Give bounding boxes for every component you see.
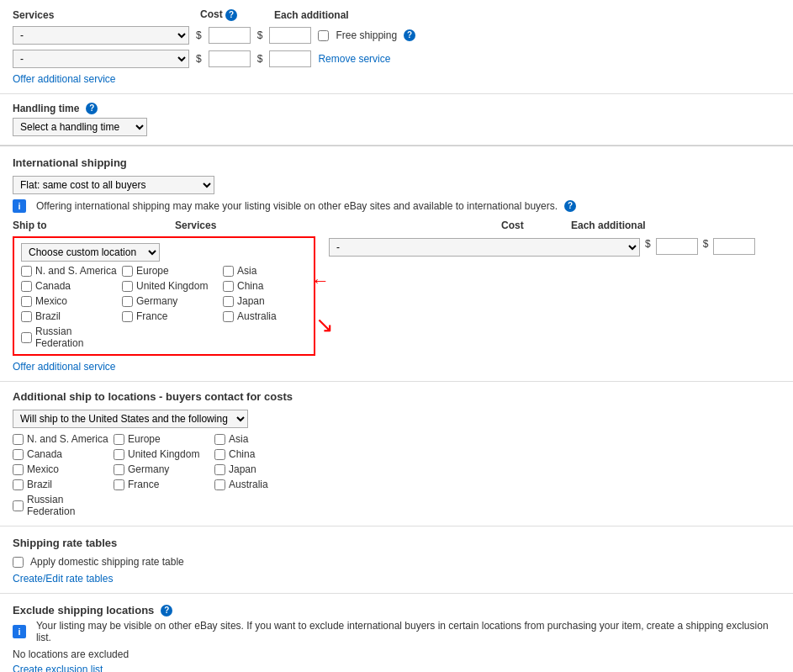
intl-cost-header: Cost <box>501 220 564 231</box>
additional-ship-dropdown[interactable]: Will ship to the United States and the f… <box>13 410 248 428</box>
additional-checkboxes-grid: N. and S. America Europe Asia Canada Uni… <box>13 433 780 517</box>
checkbox-france-input[interactable] <box>122 311 133 322</box>
additional-ship-section: Additional ship to locations - buyers co… <box>0 382 793 526</box>
checkbox-canada: Canada <box>21 280 122 292</box>
add-checkbox-n-s-america-input[interactable] <box>13 434 24 445</box>
checkbox-japan-input[interactable] <box>223 296 234 307</box>
intl-services-label: Services <box>175 220 216 231</box>
intl-flat-dropdown[interactable]: Flat: same cost to all buyers <box>13 176 214 194</box>
intl-service-dropdown[interactable]: - <box>329 238 640 257</box>
add-checkbox-asia-input[interactable] <box>214 434 225 445</box>
create-exclusion-row: Create exclusion list <box>13 664 780 672</box>
intl-cost-dollar: $ <box>645 238 651 250</box>
add-checkbox-brazil-input[interactable] <box>13 479 24 490</box>
checkbox-china: China <box>223 280 307 292</box>
cost-input-2[interactable] <box>209 50 251 67</box>
add-checkbox-australia-input[interactable] <box>214 479 225 490</box>
ship-to-label: Ship to <box>13 220 47 231</box>
checkbox-russia-label: Russian Federation <box>35 325 122 349</box>
add-checkbox-russia-label: Russian Federation <box>27 494 114 517</box>
add-checkbox-china-label: China <box>229 448 255 460</box>
checkbox-brazil: Brazil <box>21 310 122 322</box>
custom-location-dropdown[interactable]: Choose custom location <box>21 243 160 262</box>
checkbox-europe-input[interactable] <box>122 266 133 277</box>
dollar-sign-1: $ <box>196 29 202 41</box>
add-checkbox-france-label: France <box>128 479 159 490</box>
checkbox-asia-input[interactable] <box>223 266 234 277</box>
services-col-header: Services <box>13 9 193 21</box>
checkbox-china-input[interactable] <box>223 281 234 292</box>
cost-info-icon[interactable]: ? <box>225 9 237 21</box>
checkbox-canada-input[interactable] <box>21 281 32 292</box>
each-input-1[interactable] <box>269 27 311 44</box>
checkbox-australia-input[interactable] <box>223 311 234 322</box>
intl-cost-label: Cost <box>501 220 524 231</box>
intl-section-title: International shipping <box>13 156 780 169</box>
cost-col-header: Cost ? <box>200 8 267 21</box>
cost-input-1[interactable] <box>209 27 251 44</box>
checkbox-n-s-america-input[interactable] <box>21 266 32 277</box>
intl-offer-additional-link[interactable]: Offer additional service <box>13 361 116 373</box>
intl-flat-row: Flat: same cost to all buyers <box>13 176 780 194</box>
checkbox-germany-input[interactable] <box>122 296 133 307</box>
add-checkbox-australia: Australia <box>214 479 299 490</box>
checkbox-china-label: China <box>237 280 263 292</box>
checkbox-japan: Japan <box>223 295 307 307</box>
international-section: International shipping Flat: same cost t… <box>0 146 793 382</box>
create-edit-rate-tables-link[interactable]: Create/Edit rate tables <box>13 573 113 585</box>
dollar-sign-4: $ <box>257 53 263 65</box>
offer-additional-service-link[interactable]: Offer additional service <box>13 73 116 85</box>
checkbox-germany-label: Germany <box>136 295 177 307</box>
intl-service-controls: - $ $ <box>329 238 755 257</box>
intl-each-dollar: $ <box>703 238 709 250</box>
add-checkbox-uk-label: United Kingdom <box>128 448 199 460</box>
checkbox-mexico: Mexico <box>21 295 122 307</box>
intl-info-tooltip-icon[interactable]: ? <box>564 200 576 212</box>
service-row-2: - $ $ Remove service <box>13 50 780 68</box>
add-checkbox-europe: Europe <box>114 433 214 445</box>
checkbox-russia-input[interactable] <box>21 332 32 343</box>
free-shipping-checkbox[interactable] <box>318 30 329 41</box>
intl-checkboxes-grid: N. and S. America Europe Asia Canad <box>21 265 307 349</box>
add-checkbox-mexico-input[interactable] <box>13 464 24 475</box>
additional-ship-title: Additional ship to locations - buyers co… <box>13 390 780 403</box>
free-shipping-info-icon[interactable]: ? <box>404 29 415 41</box>
apply-rate-table-checkbox[interactable] <box>13 557 24 568</box>
add-checkbox-france-input[interactable] <box>114 479 124 490</box>
add-checkbox-russia-input[interactable] <box>13 500 24 511</box>
exclude-info-row: i Your listing may be visible on other e… <box>13 620 780 643</box>
add-checkbox-japan-input[interactable] <box>214 464 225 475</box>
intl-cost-input[interactable] <box>656 238 698 255</box>
add-checkbox-uk-input[interactable] <box>114 449 124 460</box>
add-checkbox-europe-input[interactable] <box>114 434 124 445</box>
intl-blue-info-icon: i <box>13 199 26 213</box>
custom-location-row: Choose custom location <box>21 243 307 262</box>
add-checkbox-china-input[interactable] <box>214 449 225 460</box>
each-input-2[interactable] <box>269 50 311 67</box>
rate-tables-title: Shipping rate tables <box>13 537 780 549</box>
additional-ship-dropdown-row: Will ship to the United States and the f… <box>13 410 780 428</box>
add-checkbox-germany-input[interactable] <box>114 464 124 475</box>
checkbox-brazil-label: Brazil <box>35 310 61 322</box>
handling-info-icon[interactable]: ? <box>86 103 98 114</box>
checkbox-mexico-input[interactable] <box>21 296 32 307</box>
create-exclusion-list-link[interactable]: Create exclusion list <box>13 664 103 672</box>
add-checkbox-canada-label: Canada <box>27 448 62 460</box>
exclude-info-icon[interactable]: ? <box>161 605 172 616</box>
service-dropdown-2[interactable]: - <box>13 50 189 68</box>
intl-each-input[interactable] <box>713 238 755 255</box>
exclude-section: Exclude shipping locations ? i Your list… <box>0 594 793 672</box>
checkbox-brazil-input[interactable] <box>21 311 32 322</box>
checkbox-uk-input[interactable] <box>122 281 133 292</box>
intl-each-header: Each additional <box>571 220 646 231</box>
ship-to-header: Ship to <box>13 220 168 231</box>
apply-rate-table-label: Apply domestic shipping rate table <box>30 556 184 568</box>
add-checkbox-canada-input[interactable] <box>13 449 24 460</box>
checkbox-france: France <box>122 310 223 322</box>
service-dropdown-1[interactable]: - <box>13 26 189 45</box>
handling-time-dropdown[interactable]: Select a handling time <box>13 118 147 136</box>
remove-service-link[interactable]: Remove service <box>318 53 390 65</box>
checkbox-uk-label: United Kingdom <box>136 280 208 292</box>
offer-additional-service-row: Offer additional service <box>13 73 780 85</box>
checkbox-europe-label: Europe <box>136 265 169 277</box>
